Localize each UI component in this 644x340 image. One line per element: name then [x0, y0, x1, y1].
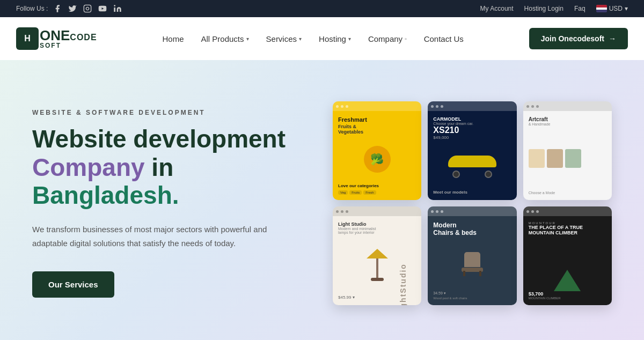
mock-car-content: CARMODEL Choose your dream car. XS210 $4… — [428, 111, 516, 200]
mock-fruit-content: Freshmart Fruits &Vegetables 🥦 Love our … — [333, 111, 421, 200]
faq-link[interactable]: Faq — [574, 5, 586, 12]
main-navbar: H ONECODE SOFT Home All Products ▾ Servi… — [0, 17, 644, 60]
fruit-categories: Love our categories Veg Fruits Fresh — [338, 183, 416, 195]
my-account-link[interactable]: My Account — [480, 5, 514, 12]
art-title: Artcraft — [529, 116, 606, 122]
nav-links: Home All Products ▾ Services ▾ Hosting ▾… — [155, 30, 471, 48]
fruit-circle: 🥦 — [364, 146, 391, 173]
fruit-title: Freshmart — [338, 116, 416, 123]
mount-subtitle: MOUNTAIN CLIMBER — [529, 297, 606, 300]
hero-title-part3: Bangladesh. — [32, 181, 179, 209]
hero-section: WEBSITE & SOFTWARE DEVELOPMENT Website d… — [0, 60, 644, 340]
car-title: CARMODEL — [433, 116, 511, 122]
logo-text: ONECODE SOFT — [40, 28, 97, 49]
car-footer: Meet our models — [433, 190, 511, 195]
mount-price: $3,700 — [529, 291, 606, 297]
chairs-category: Wood pool & soft chairs — [433, 297, 511, 300]
car-shape-wrapper — [448, 156, 496, 175]
art-img-2 — [547, 149, 563, 168]
browser-bar — [523, 101, 612, 111]
twitter-icon[interactable] — [67, 3, 78, 14]
hosting-login-link[interactable]: Hosting Login — [524, 5, 564, 12]
mountain-icon — [554, 270, 581, 291]
chairs-title: ModernChairs & beds — [433, 221, 511, 236]
svg-rect-0 — [84, 5, 91, 12]
art-footer: Choose a Mode — [529, 191, 606, 195]
lamp-shape-wrapper — [367, 249, 388, 281]
hero-content: WEBSITE & SOFTWARE DEVELOPMENT Website d… — [32, 109, 311, 298]
mock-lamp-site: Light Studio Modern and minimalistlamps … — [333, 206, 421, 305]
car-subtitle: Choose your dream car. — [433, 122, 511, 125]
art-images — [529, 126, 606, 191]
nav-all-products[interactable]: All Products ▾ — [193, 30, 256, 48]
mock-fruit-site: Freshmart Fruits &Vegetables 🥦 Love our … — [333, 101, 421, 200]
our-services-button[interactable]: Our Services — [32, 271, 114, 298]
hero-title-part1: Website development — [32, 125, 286, 153]
flag-icon — [596, 5, 607, 12]
chevron-down-icon: ▾ — [299, 36, 302, 42]
chevron-down-icon: ▾ — [348, 36, 351, 42]
facebook-icon[interactable] — [52, 3, 63, 14]
car-body — [448, 156, 496, 167]
chevron-down-icon: ▾ — [246, 36, 249, 42]
mock-chairs-content: ModernChairs & beds 34.59 ▾ Wood pool & … — [428, 216, 516, 305]
youtube-icon[interactable] — [97, 3, 108, 14]
currency-chevron: ▾ — [625, 5, 628, 12]
nav-home[interactable]: Home — [155, 30, 191, 48]
chair-back — [464, 252, 480, 267]
hero-images-grid: Freshmart Fruits &Vegetables 🥦 Love our … — [333, 101, 612, 305]
car-image-area — [433, 140, 511, 190]
linkedin-icon[interactable] — [112, 3, 123, 14]
mount-title: THE PLACE OF A TRUE MOUNTAIN CLIMBER — [529, 225, 606, 235]
chair-leg-l — [463, 271, 465, 276]
art-img-1 — [529, 149, 545, 168]
mock-artcraft-content: Artcraft & Handmade Choose a Mode — [523, 111, 612, 200]
logo-suffix: SOFT — [40, 42, 97, 49]
lamp-pole — [376, 258, 378, 278]
mock-artcraft-site: Artcraft & Handmade Choose a Mode — [523, 101, 612, 200]
cat-pill: Fresh — [363, 190, 376, 195]
logo-icon: H — [16, 27, 39, 50]
car-model: XS210 — [433, 125, 511, 135]
nav-services[interactable]: Services ▾ — [259, 30, 310, 48]
svg-point-3 — [114, 5, 116, 6]
categories-label: Love our categories — [338, 183, 416, 188]
top-bar: Follow Us : My Account Hosting Login Faq… — [0, 0, 644, 17]
lamp-base — [371, 278, 384, 281]
chairs-visual — [433, 236, 511, 291]
nav-company[interactable]: Company ▫ — [361, 30, 414, 48]
category-pills: Veg Fruits Fresh — [338, 190, 416, 195]
hero-title: Website development Company in Banglades… — [32, 125, 311, 210]
hero-title-highlight: Company — [32, 153, 145, 181]
lamp-subtitle: Modern and minimalistlamps for your inte… — [338, 227, 416, 234]
follow-us-section: Follow Us : — [16, 3, 123, 14]
art-img-3 — [565, 149, 581, 168]
cat-pill: Veg — [338, 190, 348, 195]
browser-bar — [333, 206, 421, 216]
mock-car-site: CARMODEL Choose your dream car. XS210 $4… — [428, 101, 516, 200]
car-wheel-right — [485, 171, 492, 178]
fruit-image-area: 🥦 — [338, 135, 416, 183]
logo-main: ONECODE — [40, 28, 97, 42]
follow-label: Follow Us : — [16, 5, 48, 12]
logo[interactable]: H ONECODE SOFT — [16, 27, 97, 50]
currency-selector[interactable]: USD ▾ — [596, 5, 628, 12]
hero-title-part2: in — [145, 153, 174, 181]
mock-mountain-site: MOUNTOUR THE PLACE OF A TRUE MOUNTAIN CL… — [523, 206, 612, 305]
nav-contact[interactable]: Contact Us — [416, 30, 471, 48]
mock-lamp-content: Light Studio Modern and minimalistlamps … — [333, 216, 421, 305]
fruit-subtitle: Fruits &Vegetables — [338, 124, 416, 135]
hero-description: We transform businesses of most major se… — [32, 223, 290, 250]
mock-mountain-content: MOUNTOUR THE PLACE OF A TRUE MOUNTAIN CL… — [523, 216, 612, 305]
nav-hosting[interactable]: Hosting ▾ — [311, 30, 358, 48]
chairs-footer: 34.59 ▾ — [433, 291, 511, 295]
art-subtitle: & Handmade — [529, 122, 606, 126]
hero-subtitle: WEBSITE & SOFTWARE DEVELOPMENT — [32, 109, 311, 116]
chair-shape-wrapper — [459, 252, 486, 276]
browser-bar — [523, 206, 612, 216]
mock-chairs-site: ModernChairs & beds 34.59 ▾ Wood pool & … — [428, 206, 516, 305]
car-wheel-left — [452, 171, 460, 178]
cat-pill: Fruits — [349, 190, 362, 195]
join-button[interactable]: Join Onecodesoft → — [529, 28, 628, 49]
instagram-icon[interactable] — [82, 3, 93, 14]
